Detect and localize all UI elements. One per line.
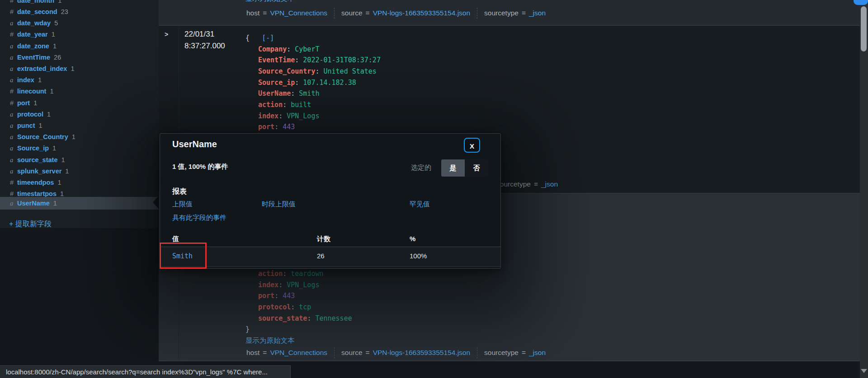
sidebar-field-Source_ip[interactable]: aSource_ip1 xyxy=(0,143,159,154)
sourcetype-label: sourcetype xyxy=(496,180,531,188)
field-count: 1 xyxy=(65,168,69,175)
json-key[interactable]: source_state xyxy=(258,314,307,322)
json-value[interactable]: United States xyxy=(324,67,377,75)
json-key[interactable]: port xyxy=(258,292,274,300)
close-icon[interactable]: X xyxy=(464,138,480,153)
sidebar-field-timeendpos[interactable]: #timeendpos1 xyxy=(0,177,159,188)
expand-event-chevron-icon[interactable]: > xyxy=(165,31,168,38)
collapse-json-control[interactable]: [-] xyxy=(262,34,274,42)
equals-sign: = xyxy=(522,9,526,17)
json-key[interactable]: port xyxy=(258,123,274,131)
sidebar-field-port[interactable]: #port1 xyxy=(0,98,159,109)
source-value[interactable]: VPN-logs-1663593355154.json xyxy=(373,9,470,17)
json-key[interactable]: UserName xyxy=(258,89,291,98)
field-count: 1 xyxy=(53,42,57,50)
field-count: 1 xyxy=(53,200,57,207)
json-value[interactable]: CyberT xyxy=(295,45,319,53)
sidebar-field-EventTime[interactable]: aEventTime26 xyxy=(0,52,159,63)
scrollbar-thumb[interactable] xyxy=(861,6,867,51)
sidebar-field-source_state[interactable]: asource_state1 xyxy=(0,154,159,166)
sidebar-field-date_year[interactable]: #date_year1 xyxy=(0,29,159,40)
events-with-field-link[interactable]: 具有此字段的事件 xyxy=(172,214,226,222)
event2-date: 22/01/31 xyxy=(184,30,214,39)
sidebar-field-date_second[interactable]: #date_second23 xyxy=(0,6,159,18)
json-value[interactable]: tcp xyxy=(299,303,311,311)
browser-status-url: localhost:8000/zh-CN/app/search/search?q… xyxy=(0,365,291,378)
json-value[interactable]: VPN_Logs xyxy=(287,281,319,289)
sidebar-field-linecount[interactable]: #linecount1 xyxy=(0,86,159,97)
host-label: host xyxy=(246,9,259,17)
sidebar-field-Source_Country[interactable]: aSource_Country1 xyxy=(0,131,159,143)
json-value[interactable]: Tennessee xyxy=(315,314,352,322)
colon: : xyxy=(278,112,283,120)
json-key[interactable]: Source_Country xyxy=(258,67,315,75)
field-separator xyxy=(334,8,335,19)
json-key[interactable]: action xyxy=(258,270,283,278)
field-type-icon: a xyxy=(10,109,17,120)
event1-host-row: host = VPN_Connections source = VPN-logs… xyxy=(246,8,546,19)
field-count: 1 xyxy=(33,99,37,107)
selected-no-button[interactable]: 否 xyxy=(465,159,488,177)
modal-summary: 1 值, 100% 的事件 xyxy=(172,163,228,171)
event2-time: 8:37:27.000 xyxy=(184,42,225,51)
show-raw-text-link[interactable]: 显示为原始文本 xyxy=(245,336,295,345)
sidebar-field-date_zone[interactable]: adate_zone1 xyxy=(0,41,159,52)
field-count: 1 xyxy=(71,65,74,72)
sidebar-field-punct[interactable]: apunct1 xyxy=(0,120,159,131)
sidebar-field-extracted_index[interactable]: aextracted_index1 xyxy=(0,63,159,75)
open-brace: { xyxy=(245,34,250,42)
json-key[interactable]: protocol xyxy=(258,303,291,311)
field-type-icon: # xyxy=(10,177,17,188)
red-highlight-annotation xyxy=(160,243,207,269)
sourcetype-value[interactable]: _json xyxy=(529,349,546,357)
top-values-by-time-link[interactable]: 时段上限值 xyxy=(262,200,296,209)
json-key[interactable]: Source_ip xyxy=(258,79,295,87)
popup-anchor-notch xyxy=(153,196,159,209)
json-value[interactable]: VPN_Logs xyxy=(287,112,319,120)
rare-values-link[interactable]: 罕见值 xyxy=(410,200,430,209)
selected-yes-button[interactable]: 是 xyxy=(441,159,465,177)
host-value[interactable]: VPN_Connections xyxy=(270,9,327,17)
json-field-line: port: 443 xyxy=(258,292,295,300)
top-values-link[interactable]: 上限值 xyxy=(172,200,193,209)
field-name: punct xyxy=(17,122,35,129)
sidebar-field-index[interactable]: aindex1 xyxy=(0,75,159,86)
json-value[interactable]: Smith xyxy=(299,89,319,98)
field-name: date_second xyxy=(17,8,57,15)
scroll-down-arrow-icon[interactable] xyxy=(861,369,867,373)
equals-sign: = xyxy=(522,349,526,357)
sidebar-field-protocol[interactable]: aprotocol1 xyxy=(0,109,159,120)
close-brace: } xyxy=(245,325,250,333)
field-type-icon: # xyxy=(10,0,17,6)
top-right-blue-button[interactable] xyxy=(854,0,868,5)
show-raw-text-link[interactable]: 显示为原始文本 xyxy=(245,0,295,4)
sourcetype-value[interactable]: _json xyxy=(529,9,546,17)
field-name: UserName xyxy=(17,200,50,207)
json-field-line: index: VPN_Logs xyxy=(258,281,319,289)
colon: : xyxy=(307,314,311,322)
sidebar-field-date_month[interactable]: #date_month1 xyxy=(0,0,159,6)
scrollbar-track[interactable] xyxy=(860,0,868,378)
field-name: extracted_index xyxy=(17,65,67,72)
json-value[interactable]: 107.14.182.38 xyxy=(303,79,356,87)
json-value[interactable]: built xyxy=(291,101,311,109)
sidebar-field-UserName-selected[interactable]: aUserName1 xyxy=(0,197,159,210)
host-value[interactable]: VPN_Connections xyxy=(270,349,327,357)
json-value[interactable]: teardown xyxy=(291,270,323,278)
json-key[interactable]: index xyxy=(258,281,278,289)
colon: : xyxy=(295,56,299,64)
source-value[interactable]: VPN-logs-1663593355154.json xyxy=(373,349,470,357)
sidebar-field-date_wday[interactable]: adate_wday5 xyxy=(0,18,159,29)
sidebar-field-splunk_server[interactable]: asplunk_server1 xyxy=(0,166,159,177)
json-key[interactable]: EventTime xyxy=(258,56,295,64)
json-value[interactable]: 443 xyxy=(283,292,295,300)
extract-new-fields-link[interactable]: + 提取新字段 xyxy=(9,219,52,229)
json-key[interactable]: action xyxy=(258,101,283,109)
field-count: 1 xyxy=(47,111,51,118)
json-key[interactable]: index xyxy=(258,112,278,120)
source-label: source xyxy=(341,349,363,357)
json-key[interactable]: Company xyxy=(258,45,287,53)
json-value[interactable]: 2022-01-31T08:37:27 xyxy=(303,56,381,64)
sourcetype-value[interactable]: _json xyxy=(541,180,558,188)
json-value[interactable]: 443 xyxy=(283,123,295,131)
